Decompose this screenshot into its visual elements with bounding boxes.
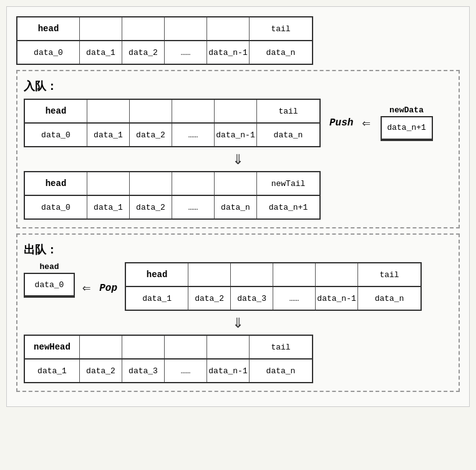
top-empty-4 — [207, 17, 250, 40]
top-data-0: data_0 — [17, 41, 80, 64]
eq-before-head: head — [25, 100, 87, 122]
top-empty-1 — [80, 17, 122, 40]
enqueue-before-header: head tail — [24, 99, 321, 122]
enqueue-label: 入队： — [24, 79, 452, 94]
page: head tail data_0 data_1 data_2 …… data_n… — [6, 6, 470, 407]
top-data-2: data_2 — [122, 41, 165, 64]
enqueue-after-header: head newTail — [24, 171, 321, 195]
eq-before-last: data_n — [257, 124, 319, 146]
pop-label: Pop — [99, 283, 117, 294]
dequeue-before-row: head data_0 ⇐ Pop head — [24, 262, 452, 311]
new-data-box: newData data_n+1 — [381, 105, 433, 141]
popped-label: head — [24, 262, 75, 272]
top-empty-3 — [165, 17, 207, 40]
popped-value: data_0 — [25, 274, 74, 296]
dq-after-newhead: newHead — [25, 336, 80, 358]
top-data-row: data_0 data_1 data_2 …… data_n-1 data_n — [16, 40, 313, 65]
top-data-n1: data_n-1 — [207, 41, 250, 64]
top-tail-cell: tail — [250, 17, 312, 40]
new-data-value: data_n+1 — [382, 117, 432, 140]
pop-arrow-icon: ⇐ — [82, 280, 90, 296]
dequeue-before-data: data_1 data_2 data_3 …… data_n-1 data_n — [125, 286, 422, 311]
enqueue-section: 入队： head tail data_0 data_1 data_2 …… da… — [16, 70, 460, 228]
dequeue-section: 出队： head data_0 ⇐ Pop head — [16, 233, 460, 392]
enqueue-before-array: head tail data_0 data_1 data_2 …… data_n… — [24, 99, 321, 147]
new-data-row: data_n+1 — [381, 116, 433, 141]
dequeue-down-arrow: ⇓ — [24, 313, 452, 332]
eq-before-tail: tail — [257, 100, 319, 122]
top-data-dots: …… — [165, 41, 207, 64]
new-data-array: data_n+1 — [381, 116, 433, 141]
enqueue-after-array: head newTail data_0 data_1 data_2 …… dat… — [24, 171, 452, 220]
enqueue-before-row: head tail data_0 data_1 data_2 …… data_n… — [24, 99, 452, 147]
popped-row: data_0 — [24, 273, 75, 298]
push-label: Push — [329, 117, 353, 129]
top-data-1: data_1 — [80, 41, 122, 64]
enqueue-before-data: data_0 data_1 data_2 …… data_n-1 data_n — [24, 122, 321, 147]
popped-box: head data_0 — [24, 262, 75, 298]
dequeue-before-array: head tail data_1 data_2 data_3 …… data_n… — [125, 262, 422, 311]
dequeue-before-header: head tail — [125, 262, 422, 286]
dq-before-tail: tail — [358, 263, 420, 286]
push-arrow-icon: ⇐ — [362, 115, 370, 132]
dequeue-after-data: data_1 data_2 data_3 …… data_n-1 data_n — [24, 358, 313, 383]
top-empty-2 — [122, 17, 165, 40]
push-arrow-area: Push ⇐ newData data_n+1 — [324, 105, 433, 141]
dequeue-after-header: newHead tail — [24, 335, 313, 358]
top-header-row: head tail — [16, 16, 313, 40]
enqueue-down-arrow: ⇓ — [24, 150, 452, 169]
new-data-label: newData — [381, 105, 433, 115]
top-data-n: data_n — [250, 41, 312, 64]
top-queue-array: head tail data_0 data_1 data_2 …… data_n… — [16, 16, 460, 65]
top-head-cell: head — [17, 17, 80, 40]
dq-after-tail: tail — [250, 336, 312, 358]
eq-after-newtail: newTail — [257, 172, 319, 195]
dequeue-label: 出队： — [24, 242, 452, 257]
pop-arrow-area: ⇐ Pop — [79, 280, 122, 296]
top-queue-section: head tail data_0 data_1 data_2 …… data_n… — [16, 16, 460, 65]
dequeue-after-array: newHead tail data_1 data_2 data_3 …… dat… — [24, 335, 452, 383]
popped-array: data_0 — [24, 273, 75, 298]
enqueue-after-data: data_0 data_1 data_2 …… data_n data_n+1 — [24, 195, 321, 220]
